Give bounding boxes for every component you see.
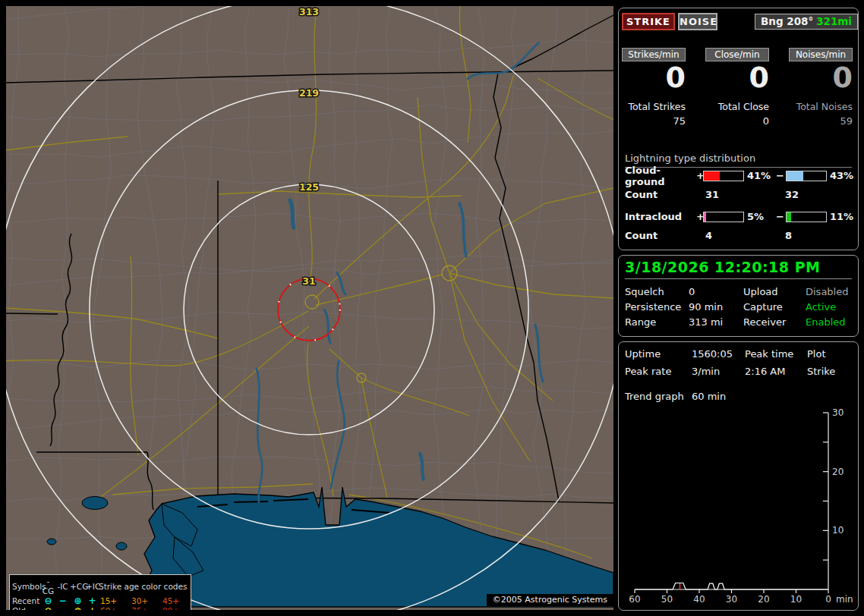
stats-row: Uptime 1560:05 Peak time Plot — [619, 348, 858, 360]
cg-minus-count: 32 — [785, 189, 799, 200]
plot-mode-value: Strike — [807, 366, 835, 377]
ic-plus-bar — [703, 212, 744, 222]
bearing-label: Bng 208° — [761, 14, 813, 29]
datetime-display: 3/18/2026 12:20:18 PM — [625, 259, 852, 279]
total-close-label: Total Close — [718, 101, 769, 112]
peak-rate-value: 3/min — [692, 366, 720, 377]
close-per-min-value: 0 — [749, 63, 769, 92]
svg-text:10: 10 — [790, 594, 802, 605]
trend-graph: 6050403020100min102030 — [619, 342, 858, 610]
plus-sign: + — [696, 170, 703, 181]
cloud-ground-label: Cloud-ground — [625, 165, 696, 187]
svg-text:50: 50 — [661, 594, 673, 605]
cloud-ground-row: Cloud-ground + 41% − 43% — [625, 170, 853, 181]
trend-graph-window: 60 min — [692, 391, 726, 402]
close-per-min-button[interactable]: Close/min — [705, 48, 769, 61]
svg-text:min: min — [836, 594, 853, 605]
strikes-counter: Strikes/min 0 Total Strikes 75 — [602, 48, 686, 146]
squelch-value: 0 — [689, 286, 695, 297]
total-noises-value: 59 — [840, 115, 853, 127]
ic-count-row: Count 4 8 — [625, 230, 853, 241]
svg-text:30: 30 — [832, 407, 844, 418]
stats-row: Peak rate 3/min 2:16 AM Strike — [619, 366, 858, 378]
total-strikes-value: 75 — [673, 115, 686, 127]
peak-time-label: Peak time — [745, 348, 793, 360]
svg-text:20: 20 — [832, 467, 844, 477]
total-strikes-label: Total Strikes — [628, 101, 686, 112]
noises-per-min-button[interactable]: Noises/min — [789, 48, 853, 61]
ring-label-219: 219 — [299, 87, 319, 99]
range-label: Range — [625, 316, 656, 328]
noise-button[interactable]: NOISE — [678, 13, 717, 30]
cg-plus-count: 31 — [705, 189, 719, 200]
count-label: Count — [625, 189, 657, 200]
noises-per-min-value: 0 — [833, 63, 853, 92]
persistence-value: 90 min — [689, 301, 723, 313]
capture-value: Active — [806, 301, 836, 313]
legend-row-old: Old⊖−⊕+60+75+90+ — [12, 606, 188, 610]
cg-minus-percent: 43% — [827, 170, 853, 181]
ic-minus-count: 8 — [785, 230, 792, 241]
ic-plus-count: 4 — [705, 230, 712, 241]
legend-row-recent: Recent⊖−⊕+15+30+45+ — [12, 596, 188, 606]
peak-time-value: 2:16 AM — [745, 366, 785, 377]
uptime-value: 1560:05 — [692, 348, 733, 360]
intracloud-label: Intracloud — [625, 211, 696, 222]
cg-plus-percent: 41% — [744, 170, 776, 181]
trend-row: Trend graph 60 min — [619, 391, 858, 403]
strike-button[interactable]: STRIKE — [622, 13, 675, 30]
count-label: Count — [625, 230, 657, 241]
capture-label: Capture — [743, 301, 783, 313]
counters-panel: STRIKE NOISE Bng 208° 321mi Strikes/min … — [618, 8, 859, 250]
status-row: Squelch 0 Upload Disabled — [619, 286, 858, 298]
upload-label: Upload — [743, 286, 778, 297]
persistence-label: Persistence — [625, 301, 681, 313]
stats-panel: 6050403020100min102030 Uptime 1560:05 Pe… — [618, 341, 859, 611]
receiver-value: Enabled — [806, 316, 846, 328]
intracloud-row: Intracloud + 5% − 11% — [625, 211, 853, 222]
ic-minus-bar — [786, 212, 827, 222]
upload-value: Disabled — [806, 286, 848, 297]
cg-plus-bar — [703, 171, 744, 181]
minus-sign: − — [776, 170, 786, 181]
cg-minus-bar — [786, 171, 827, 181]
svg-text:30: 30 — [726, 594, 737, 605]
bearing-display: Bng 208° 321mi — [755, 14, 858, 30]
receiver-label: Receiver — [743, 316, 786, 328]
plus-sign: + — [696, 211, 703, 222]
app-window: 31321912531 Symbols-CG-IC+CG+ICStrike ag… — [0, 0, 864, 616]
svg-text:0: 0 — [825, 594, 831, 605]
map-legend: Symbols-CG-IC+CG+ICStrike age color code… — [9, 574, 191, 610]
plot-label: Plot — [807, 348, 826, 360]
cg-count-row: Count 31 32 — [625, 189, 853, 200]
total-close-value: 0 — [763, 115, 769, 127]
minus-sign: − — [776, 211, 786, 222]
map-canvas: 31321912531 — [6, 6, 613, 610]
strikes-per-min-value: 0 — [666, 63, 686, 92]
ic-plus-percent: 5% — [744, 211, 776, 222]
ring-label-31: 31 — [302, 275, 315, 287]
peak-rate-label: Peak rate — [625, 366, 671, 377]
svg-text:20: 20 — [758, 594, 769, 605]
strikes-per-min-button[interactable]: Strikes/min — [622, 48, 686, 61]
status-row: Persistence 90 min Capture Active — [619, 301, 858, 313]
ring-label-313: 313 — [299, 6, 319, 17]
svg-text:10: 10 — [832, 525, 844, 536]
squelch-label: Squelch — [625, 286, 664, 297]
total-noises-label: Total Noises — [796, 101, 853, 112]
ic-minus-percent: 11% — [827, 211, 853, 222]
close-counter: Close/min 0 Total Close 0 — [686, 48, 769, 146]
uptime-label: Uptime — [625, 348, 661, 360]
status-panel: 3/18/2026 12:20:18 PM Squelch 0 Upload D… — [618, 255, 859, 337]
svg-text:40: 40 — [693, 594, 705, 605]
range-value: 313 mi — [689, 316, 723, 328]
copyright-label: ©2005 Astrogenic Systems — [487, 594, 613, 606]
status-row: Range 313 mi Receiver Enabled — [619, 316, 858, 328]
lightning-map[interactable]: 31321912531 Symbols-CG-IC+CG+ICStrike ag… — [6, 6, 613, 610]
svg-text:60: 60 — [629, 594, 640, 605]
legend-header: Symbols-CG-IC+CG+ICStrike age color code… — [12, 577, 188, 596]
noises-counter: Noises/min 0 Total Noises 59 — [769, 48, 853, 146]
ring-label-125: 125 — [299, 181, 319, 193]
bearing-distance: 321mi — [816, 14, 852, 29]
trend-graph-label: Trend graph — [625, 391, 684, 402]
